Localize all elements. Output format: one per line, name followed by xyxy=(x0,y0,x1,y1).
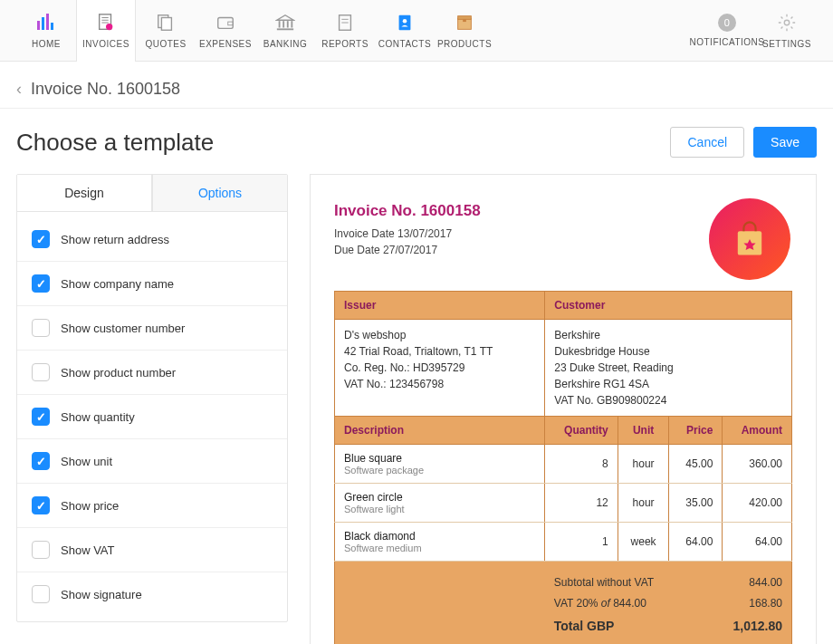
col-description: Description xyxy=(335,417,545,445)
nav-label: REPORTS xyxy=(321,39,369,49)
svg-rect-11 xyxy=(218,18,234,29)
svg-rect-14 xyxy=(279,21,281,27)
option-label: Show company name xyxy=(61,277,174,291)
cancel-button[interactable]: Cancel xyxy=(670,127,744,158)
quote-icon xyxy=(155,12,177,34)
nav-products[interactable]: PRODUCTS xyxy=(435,0,494,62)
line-item: Blue squareSoftware package8hour45.00360… xyxy=(335,445,792,484)
invoice-table: Issuer Customer D's webshop42 Trial Road… xyxy=(334,291,792,644)
svg-rect-1 xyxy=(42,17,44,30)
checkbox-icon[interactable] xyxy=(32,408,50,426)
option-2[interactable]: Show customer number xyxy=(17,306,287,351)
gear-icon xyxy=(776,12,798,34)
svg-point-23 xyxy=(403,19,407,24)
nav-label: SETTINGS xyxy=(762,39,811,49)
nav-home[interactable]: HOME xyxy=(16,0,76,62)
nav-label: PRODUCTS xyxy=(437,39,492,49)
option-label: Show unit xyxy=(61,455,112,468)
col-price: Price xyxy=(669,417,723,445)
tab-options[interactable]: Options xyxy=(152,175,287,212)
option-label: Show return address xyxy=(61,233,169,246)
options-panel: Design Options Show return addressShow c… xyxy=(16,174,288,622)
line-item: Black diamondSoftware medium1week64.0064… xyxy=(335,523,792,562)
svg-marker-13 xyxy=(277,15,293,21)
contact-icon xyxy=(394,12,416,34)
nav-notifications[interactable]: 0 NOTIFICATIONS xyxy=(697,0,757,62)
nav-label: CONTACTS xyxy=(378,39,431,49)
nav-label: BANKING xyxy=(263,39,308,49)
col-quantity: Quantity xyxy=(545,417,618,445)
svg-rect-10 xyxy=(161,18,171,31)
option-label: Show product number xyxy=(61,366,176,380)
page-title: Choose a template xyxy=(16,129,214,157)
notification-badge: 0 xyxy=(718,14,736,32)
svg-rect-15 xyxy=(282,21,284,27)
nav-reports[interactable]: REPORTS xyxy=(315,0,375,62)
svg-rect-12 xyxy=(228,22,234,25)
nav-banking[interactable]: BANKING xyxy=(255,0,315,62)
customer-header: Customer xyxy=(545,292,792,320)
invoice-preview: Invoice No. 1600158 Invoice Date 13/07/2… xyxy=(310,174,817,644)
bars-icon xyxy=(35,12,57,34)
report-icon xyxy=(334,12,356,34)
back-chevron-icon[interactable]: ‹ xyxy=(16,80,22,99)
option-5[interactable]: Show unit xyxy=(17,439,287,484)
col-unit: Unit xyxy=(618,417,669,445)
line-item: Green circleSoftware light12hour35.00420… xyxy=(335,484,792,523)
save-button[interactable]: Save xyxy=(753,127,817,158)
option-3[interactable]: Show product number xyxy=(17,351,287,395)
checkbox-icon[interactable] xyxy=(32,363,50,381)
nav-label: QUOTES xyxy=(145,39,186,49)
nav-settings[interactable]: SETTINGS xyxy=(757,0,817,62)
svg-rect-18 xyxy=(277,28,293,30)
checkbox-icon[interactable] xyxy=(32,496,50,514)
svg-rect-3 xyxy=(51,23,53,30)
nav-quotes[interactable]: QUOTES xyxy=(136,0,196,62)
option-label: Show signature xyxy=(61,588,142,601)
checkbox-icon[interactable] xyxy=(32,541,50,559)
checkbox-icon[interactable] xyxy=(32,230,50,248)
option-label: Show VAT xyxy=(61,543,114,557)
nav-label: HOME xyxy=(32,39,61,49)
wallet-icon xyxy=(215,12,236,34)
checkbox-icon[interactable] xyxy=(32,274,50,293)
nav-label: NOTIFICATIONS xyxy=(690,37,765,47)
option-6[interactable]: Show price xyxy=(17,484,287,528)
breadcrumb-text: Invoice No. 1600158 xyxy=(31,80,180,99)
svg-rect-17 xyxy=(291,21,292,27)
option-1[interactable]: Show company name xyxy=(17,262,287,306)
option-7[interactable]: Show VAT xyxy=(17,528,287,572)
nav-expenses[interactable]: EXPENSES xyxy=(196,0,255,62)
option-label: Show customer number xyxy=(61,322,185,335)
checkbox-icon[interactable] xyxy=(32,585,50,603)
option-label: Show price xyxy=(61,499,119,513)
nav-label: EXPENSES xyxy=(199,39,252,49)
nav-contacts[interactable]: CONTACTS xyxy=(375,0,435,62)
bank-icon xyxy=(274,12,296,34)
issuer-address: D's webshop42 Trial Road, Trialtown, T1 … xyxy=(335,320,545,417)
svg-point-8 xyxy=(106,24,112,30)
svg-rect-26 xyxy=(463,19,466,22)
customer-address: BerkshireDukesbridge House23 Duke Street… xyxy=(545,320,792,417)
logo-badge xyxy=(709,198,790,280)
svg-point-27 xyxy=(784,20,790,25)
svg-rect-16 xyxy=(287,21,289,27)
shopping-bag-icon xyxy=(730,219,770,259)
svg-rect-0 xyxy=(37,21,40,30)
option-4[interactable]: Show quantity xyxy=(17,395,287,439)
option-8[interactable]: Show signature xyxy=(17,572,287,616)
top-nav: HOME INVOICES QUOTES EXPENSES BANKING RE… xyxy=(0,0,833,62)
option-label: Show quantity xyxy=(61,410,135,424)
nav-invoices[interactable]: INVOICES xyxy=(76,0,136,62)
svg-rect-2 xyxy=(46,14,49,30)
nav-label: INVOICES xyxy=(82,39,129,49)
issuer-header: Issuer xyxy=(335,292,545,320)
option-0[interactable]: Show return address xyxy=(17,217,287,262)
checkbox-icon[interactable] xyxy=(32,319,50,337)
checkbox-icon[interactable] xyxy=(32,452,50,470)
tab-design[interactable]: Design xyxy=(17,175,152,212)
svg-rect-25 xyxy=(458,16,472,20)
box-icon xyxy=(454,12,475,34)
invoice-icon xyxy=(95,12,117,34)
totals-block: Subtotal without VAT844.00 VAT 20% of 84… xyxy=(554,569,782,641)
